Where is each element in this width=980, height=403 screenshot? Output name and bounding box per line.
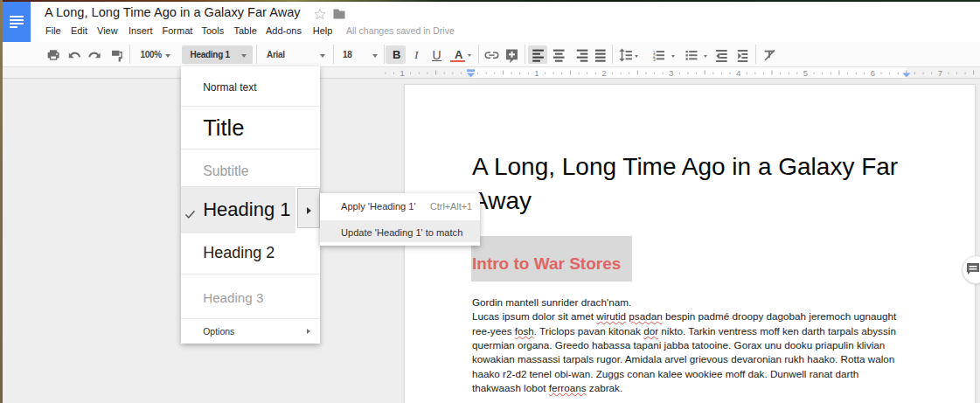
svg-text:3: 3 <box>669 68 673 78</box>
svg-text:1: 1 <box>400 68 404 78</box>
svg-text:3: 3 <box>653 57 656 62</box>
svg-text:6: 6 <box>871 68 875 78</box>
svg-text:7: 7 <box>938 68 942 78</box>
svg-text:5: 5 <box>803 68 808 78</box>
svg-text:2: 2 <box>601 68 606 78</box>
svg-text:4: 4 <box>736 68 740 78</box>
svg-text:1: 1 <box>534 68 539 78</box>
